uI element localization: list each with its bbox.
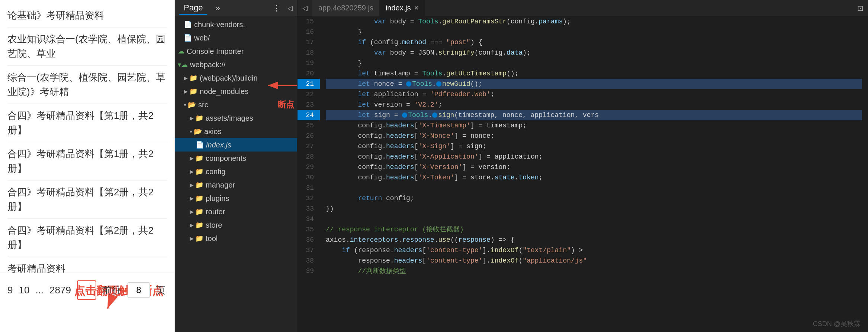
chevron-right-icon: ▶	[190, 222, 194, 228]
line-38: 38	[298, 255, 320, 266]
code-line-21: let nonce = Tools.newGuid();	[326, 79, 862, 89]
folder-router[interactable]: ▶ 📁 router	[175, 205, 297, 218]
code-line-25: config.headers['X-Timestamp'] = timestam…	[326, 120, 862, 131]
line-31: 31	[298, 183, 320, 193]
list-item: 合四》考研精品资料【第2册，共2册】	[7, 180, 167, 219]
webpack-root[interactable]: ▾☁ webpack://	[175, 58, 297, 71]
folder-web[interactable]: 📄 web/	[175, 31, 297, 45]
code-line-20: let timestamp = Tools.getUtcTimestamp();	[326, 68, 862, 79]
code-line-15: var body = Tools.getRoutParamsStr(config…	[326, 16, 862, 27]
line-23: 23	[298, 100, 320, 110]
code-line-39: //判断数据类型	[326, 266, 862, 276]
chevron-down-icon: ▾	[190, 128, 192, 134]
folder-icon: 📁	[195, 221, 203, 229]
code-area: 15 16 17 18 19 20 21 22 23 24 25 26 27 2…	[298, 16, 868, 332]
chevron-right-icon: ▶	[190, 155, 194, 161]
code-editor: ◁ app.4e820259.js index.js ✕ ⊡ 15 16 17 …	[298, 0, 868, 332]
folder-label: web/	[194, 34, 294, 42]
line-37: 37	[298, 245, 320, 255]
page-num-9: 9	[7, 284, 13, 296]
list-item: 农业知识综合一(农学院、植保院、园艺院、草业	[7, 27, 167, 66]
line-32: 32	[298, 193, 320, 204]
goto-label: 前往	[102, 284, 122, 297]
list-item: 合四》考研精品资料【第1册，共2册】	[7, 142, 167, 180]
file-label: chunk-vendors.	[194, 20, 294, 29]
list-item: 论基础》考研精品资料	[7, 4, 167, 27]
console-importer[interactable]: ☁ Console Importer	[175, 45, 297, 58]
next-icon: ›	[85, 285, 88, 295]
folder-icon: 📁	[195, 114, 203, 122]
split-editor-button[interactable]: ⊡	[853, 4, 868, 13]
line-22: 22	[298, 89, 320, 100]
tab-app-js-label: app.4e820259.js	[318, 4, 373, 12]
tab-index-js[interactable]: index.js ✕	[380, 0, 425, 16]
folder-tool[interactable]: ▶ 📁 tool	[175, 232, 297, 245]
code-line-38: response.headers['content-type'].indexOf…	[326, 255, 862, 266]
code-line-36: axios.interceptors.response.use((respons…	[326, 235, 862, 245]
folder-node-modules[interactable]: ▶ 📁 node_modules	[175, 85, 297, 98]
folder-open-icon: 📂	[188, 101, 196, 109]
tab-close-icon[interactable]: ✕	[414, 4, 419, 12]
line-15: 15	[298, 16, 320, 27]
chevron-right-icon: ▶	[190, 169, 194, 175]
folder-webpack-buildin[interactable]: ▶ 📁 (webpack)/buildin	[175, 71, 297, 85]
code-content: var body = Tools.getRoutParamsStr(config…	[320, 16, 868, 332]
code-line-22: let application = 'Pdfreader.Web';	[326, 89, 862, 100]
chevron-right-icon: ▶	[184, 88, 188, 94]
more-options-icon[interactable]: ⋮	[273, 3, 281, 13]
file-index-js[interactable]: 📄 index.js	[175, 138, 297, 152]
tab-page[interactable]: Page	[179, 1, 207, 15]
file-icon: 📄	[184, 34, 192, 42]
line-18: 18	[298, 48, 320, 58]
chevron-right-icon: ▶	[190, 182, 194, 188]
explorer-header: Page » ⋮ ◁	[175, 0, 297, 16]
code-line-24: let sign = Tools.sign(timestamp, nonce, …	[326, 110, 862, 120]
folder-plugins-label: plugins	[206, 194, 294, 203]
line-26: 26	[298, 131, 320, 141]
folder-manager[interactable]: ▶ 📁 manager	[175, 178, 297, 192]
line-36: 36	[298, 235, 320, 245]
line-17: 17	[298, 37, 320, 48]
folder-store[interactable]: ▶ 📁 store	[175, 218, 297, 232]
chevron-right-icon: ▶	[190, 195, 194, 201]
collapse-panel-icon[interactable]: ◁	[287, 4, 293, 12]
code-line-26: config.headers['X-Nonce'] = nonce;	[326, 131, 862, 141]
folder-buildin-label: (webpack)/buildin	[200, 74, 294, 82]
line-28: 28	[298, 152, 320, 162]
code-line-33: })	[326, 204, 862, 214]
tab-index-js-label: index.js	[386, 4, 411, 12]
tab-more-tabs[interactable]: »	[211, 2, 224, 14]
webpack-label: webpack://	[190, 61, 294, 69]
folder-icon: 📁	[189, 74, 197, 82]
page-label: 页	[156, 284, 165, 297]
folder-components[interactable]: ▶ 📁 components	[175, 152, 297, 165]
folder-node-modules-label: node_modules	[200, 87, 294, 96]
file-explorer: Page » ⋮ ◁ 📄 chunk-vendors. 📄 web/ ☁ Con…	[175, 0, 298, 332]
tab-app-js[interactable]: app.4e820259.js	[312, 0, 380, 16]
folder-src[interactable]: ▾ 📂 src 断点	[175, 98, 297, 111]
line-24: 24	[298, 110, 320, 120]
page-input[interactable]	[128, 282, 150, 298]
code-line-18: var body = JSON.stringify(config.data);	[326, 48, 862, 58]
code-line-30: config.headers['X-Token'] = store.state.…	[326, 172, 862, 183]
folder-icon: 📁	[189, 87, 197, 95]
file-chunk-vendors[interactable]: 📄 chunk-vendors.	[175, 18, 297, 31]
collapse-sidebar-button[interactable]: ◁	[298, 0, 312, 16]
folder-src-label: src	[198, 101, 276, 109]
folder-axios[interactable]: ▾ 📂 axios	[175, 125, 297, 138]
folder-icon: 📁	[195, 208, 203, 216]
line-34: 34	[298, 214, 320, 224]
folder-router-label: router	[206, 208, 294, 216]
code-line-32: return config;	[326, 193, 862, 204]
folder-icon: 📁	[195, 234, 203, 243]
chevron-right-icon: ▶	[190, 209, 194, 215]
chevron-right-icon: ▶	[190, 235, 194, 241]
folder-config[interactable]: ▶ 📁 config	[175, 165, 297, 178]
chevron-down-icon: ▾	[184, 102, 186, 108]
folder-plugins[interactable]: ▶ 📁 plugins	[175, 192, 297, 205]
folder-assets[interactable]: ▶ 📁 assets/images	[175, 111, 297, 125]
breakpoint-label: 断点	[278, 99, 294, 110]
line-27: 27	[298, 141, 320, 152]
line-19: 19	[298, 58, 320, 68]
next-page-button[interactable]: ›	[77, 280, 96, 300]
